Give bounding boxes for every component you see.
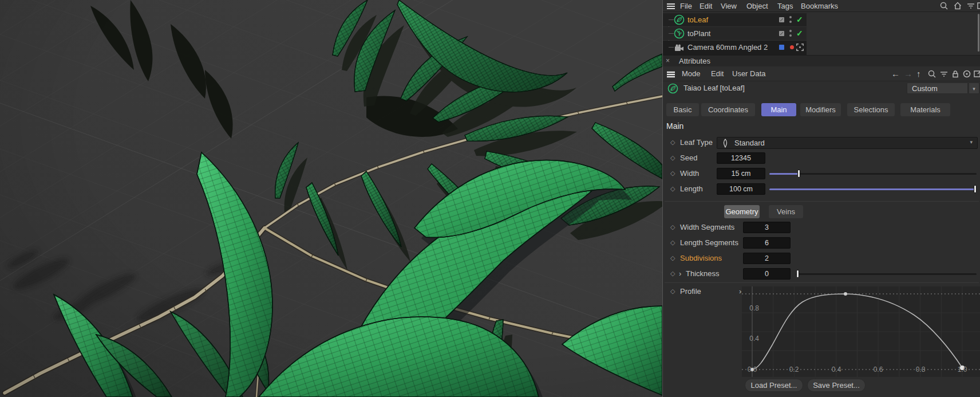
menu-view[interactable]: View [721, 2, 737, 10]
search-icon[interactable] [927, 69, 936, 78]
subdivisions-input[interactable]: 2 [743, 253, 791, 264]
thickness-slider-track[interactable] [796, 273, 977, 275]
layer-icon[interactable] [779, 31, 784, 36]
save-preset-button[interactable]: Save Preset... [807, 379, 866, 392]
preset-dropdown[interactable]: Custom [907, 82, 968, 94]
menu-mode[interactable]: Mode [682, 69, 701, 78]
width-segments-input[interactable]: 3 [743, 222, 791, 233]
field-label: Seed [680, 154, 697, 162]
expander-icon[interactable]: › [679, 269, 681, 278]
tab-selections[interactable]: Selections [847, 103, 895, 116]
object-row-camera[interactable]: Camera 60mm Angled 2 [663, 41, 807, 55]
object-row-toplant[interactable]: toPlant ✓ [663, 27, 807, 40]
thickness-slider-handle[interactable] [796, 270, 799, 278]
width-input[interactable]: 15 cm [717, 168, 765, 179]
up-arrow-icon[interactable]: ↑ [916, 69, 921, 78]
field-label: Profile [680, 287, 701, 296]
length-slider-handle[interactable] [974, 185, 977, 193]
graph-x-tick: 0.6 [869, 365, 887, 374]
menu-tags[interactable]: Tags [777, 2, 793, 10]
leaf-object-icon[interactable] [674, 14, 685, 25]
field-label: Length [680, 184, 703, 193]
layer-color-icon[interactable] [779, 45, 784, 50]
camera-object-icon[interactable] [674, 43, 685, 54]
graph-y-tick: 0.4 [743, 335, 759, 343]
menu-edit[interactable]: Edit [711, 69, 724, 78]
layer-icon[interactable] [779, 17, 784, 22]
enabled-check-icon[interactable]: ✓ [796, 15, 803, 24]
profile-curve-graphic [742, 286, 980, 377]
hamburger-menu-icon[interactable] [666, 70, 675, 79]
visibility-dots-icon[interactable] [789, 30, 792, 39]
width-slider-handle[interactable] [797, 170, 800, 178]
lock-icon[interactable] [951, 69, 960, 78]
width-slider-track[interactable] [769, 173, 977, 175]
length-segments-input[interactable]: 6 [743, 237, 791, 249]
object-list: toLeaf ✓ toPlant ✓ [663, 13, 980, 55]
leaf-type-value: Standard [734, 139, 765, 147]
leaf-type-dropdown[interactable]: Standard ▾ [717, 137, 978, 149]
field-label: Thickness [686, 269, 720, 278]
field-width-segments: ◇ Width Segments 3 [663, 221, 980, 235]
subtab-geometry[interactable]: Geometry [724, 205, 760, 218]
forward-arrow-icon[interactable]: → [904, 69, 912, 78]
plant-wireframe-graphic [0, 0, 662, 397]
subtab-veins[interactable]: Veins [769, 205, 803, 218]
filter-icon[interactable] [939, 69, 949, 78]
leaf-object-icon [667, 83, 678, 94]
object-name[interactable]: toLeaf [687, 15, 708, 24]
field-leaf-type: ◇ Leaf Type Standard ▾ [663, 136, 980, 150]
record-dot-icon[interactable] [790, 45, 794, 49]
new-panel-icon[interactable] [977, 1, 980, 10]
object-title: Taiao Leaf [toLeaf] [683, 84, 745, 92]
viewport-3d[interactable] [0, 0, 662, 397]
expander-icon[interactable]: › [739, 287, 741, 296]
menu-user-data[interactable]: User Data [732, 69, 766, 78]
seed-input[interactable]: 12345 [717, 152, 765, 164]
divider [665, 201, 979, 202]
length-input[interactable]: 100 cm [717, 183, 765, 195]
focus-target-icon[interactable] [962, 69, 971, 78]
home-icon[interactable] [953, 1, 962, 10]
param-diamond-icon: ◇ [670, 154, 675, 162]
new-panel-icon[interactable] [973, 69, 980, 78]
tab-materials[interactable]: Materials [900, 103, 950, 116]
field-label: Subdivisions [680, 254, 722, 262]
field-label: Width [680, 169, 699, 178]
menu-bookmarks[interactable]: Bookmarks [801, 2, 838, 10]
graph-x-tick: 1.0 [953, 365, 971, 374]
load-preset-button[interactable]: Load Preset... [745, 379, 803, 392]
filter-icon[interactable] [966, 1, 975, 10]
graph-x-tick: 0.8 [911, 365, 930, 374]
hamburger-menu-icon[interactable] [666, 2, 675, 11]
param-diamond-icon: ◇ [670, 139, 675, 146]
panel-title: Attributes [679, 57, 710, 65]
tab-main[interactable]: Main [761, 103, 796, 116]
param-diamond-icon: ◇ [670, 239, 675, 246]
menu-object[interactable]: Object [746, 2, 768, 10]
plant-object-icon[interactable] [674, 28, 685, 39]
tab-basic[interactable]: Basic [666, 103, 699, 116]
thickness-input[interactable]: 0 [743, 268, 791, 280]
object-row-toleaf[interactable]: toLeaf ✓ [663, 13, 807, 26]
curve-point-peak[interactable] [844, 292, 847, 296]
graph-x-tick: 0.4 [827, 365, 845, 374]
preset-dropdown-arrow[interactable]: ▾ [969, 82, 979, 94]
tab-coordinates[interactable]: Coordinates [701, 103, 755, 116]
object-name[interactable]: toPlant [687, 29, 710, 38]
search-icon[interactable] [939, 1, 949, 10]
object-name[interactable]: Camera 60mm Angled 2 [687, 43, 768, 52]
enabled-check-icon[interactable]: ✓ [796, 29, 803, 38]
object-list-scrollbar[interactable] [978, 14, 979, 52]
close-icon[interactable]: × [666, 57, 670, 65]
tab-modifiers[interactable]: Modifiers [800, 103, 841, 116]
graph-x-tick: 0.2 [785, 365, 803, 374]
param-diamond-icon: ◇ [670, 270, 675, 277]
right-panel: File Edit View Object Tags Bookmarks [662, 0, 980, 397]
menu-file[interactable]: File [680, 2, 692, 10]
visibility-dots-icon[interactable] [789, 16, 792, 25]
profile-curve-editor[interactable] [742, 286, 980, 377]
active-camera-icon[interactable] [796, 44, 804, 51]
menu-edit[interactable]: Edit [700, 2, 712, 10]
back-arrow-icon[interactable]: ← [891, 69, 900, 78]
